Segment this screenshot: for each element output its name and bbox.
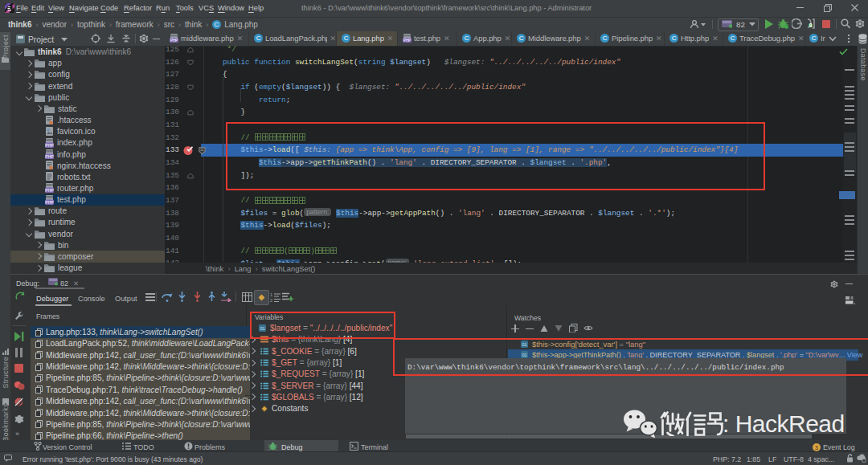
svg-text:PHP: PHP <box>45 199 54 204</box>
svg-text:C: C <box>344 35 349 42</box>
svg-text:C: C <box>731 35 735 42</box>
svg-text:C: C <box>812 35 817 42</box>
svg-text:PHP: PHP <box>45 143 54 148</box>
svg-text:C: C <box>603 35 608 42</box>
svg-text:C: C <box>672 35 677 42</box>
svg-text:C: C <box>256 35 261 42</box>
svg-text:C: C <box>519 35 524 42</box>
svg-text:1: 1 <box>270 292 272 297</box>
svg-text:C: C <box>215 21 219 28</box>
svg-text:8: 8 <box>809 22 813 28</box>
svg-text:PHP: PHP <box>45 154 54 159</box>
svg-text:PHP: PHP <box>403 39 411 43</box>
svg-text:3: 3 <box>815 444 818 450</box>
svg-text:PHP: PHP <box>45 188 54 193</box>
svg-text:PHP: PHP <box>170 39 178 43</box>
svg-text:C: C <box>465 35 469 42</box>
svg-text:2: 2 <box>270 297 272 302</box>
